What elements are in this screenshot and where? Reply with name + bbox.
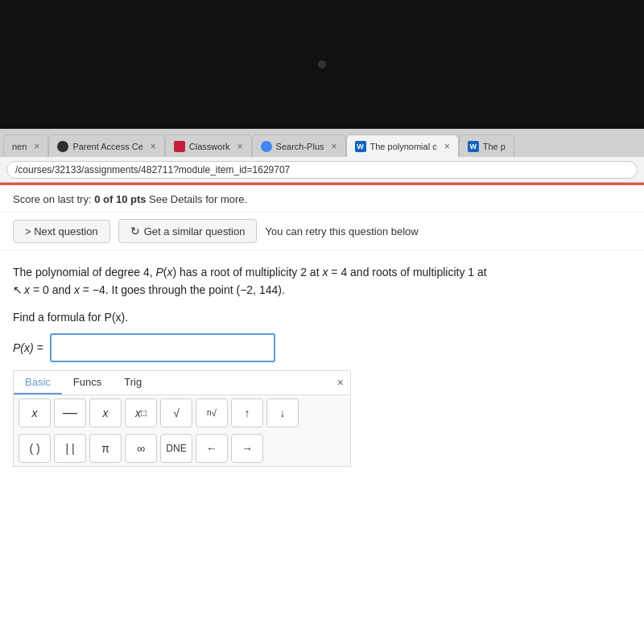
answer-row: P(x) =: [13, 333, 631, 362]
key-parens[interactable]: ( ): [19, 434, 51, 463]
score-prefix: Score on last try:: [13, 193, 92, 205]
keyboard-tab-funcs[interactable]: Funcs: [62, 371, 113, 394]
tab-polynomial[interactable]: W The polynomial c ×: [346, 134, 459, 157]
tab-bar: nen × Parent Access Ce × Classwork × Sea…: [0, 130, 644, 157]
tab-parent-label: Parent Access Ce: [72, 142, 142, 151]
question-line2: x = 0 and x = −4. It goes through the po…: [24, 283, 285, 296]
find-formula: Find a formula for P(x).: [13, 311, 631, 324]
keyboard-close-button[interactable]: ×: [337, 376, 344, 389]
score-suffix: See Details for more.: [149, 193, 247, 205]
keyboard-row-1: x — x x□ √ n√ ↑ ↓: [14, 395, 350, 431]
screen-bezel: [0, 0, 644, 129]
tab-poly2[interactable]: W The p: [459, 134, 514, 157]
tab-parent-access[interactable]: Parent Access Ce ×: [48, 134, 164, 157]
poly2-icon: W: [468, 141, 479, 152]
answer-label: P(x) =: [13, 341, 43, 354]
key-pi[interactable]: π: [89, 434, 122, 463]
tab-polynomial-label: The polynomial c: [370, 142, 437, 151]
key-dne[interactable]: DNE: [160, 434, 192, 463]
refresh-icon: ↻: [130, 225, 140, 237]
cursor-arrow: ↖: [13, 281, 23, 299]
classwork-icon: [174, 141, 185, 152]
score-banner: Score on last try: 0 of 10 pts See Detai…: [0, 185, 644, 213]
tab-classwork-close[interactable]: ×: [237, 141, 243, 152]
key-down[interactable]: ↓: [266, 398, 299, 427]
tab-nen-close[interactable]: ×: [34, 141, 39, 152]
tab-nen[interactable]: nen ×: [3, 134, 48, 157]
retry-text: You can retry this question below: [265, 225, 418, 237]
tab-search-plus[interactable]: Search-Plus ×: [252, 134, 346, 157]
key-nthroot[interactable]: n√: [196, 398, 228, 427]
keyboard-tab-basic[interactable]: Basic: [14, 371, 62, 394]
key-up[interactable]: ↑: [231, 398, 263, 427]
key-sqrt[interactable]: √: [160, 398, 192, 427]
key-xsup[interactable]: x□: [125, 398, 157, 427]
tab-classwork-label: Classwork: [189, 142, 230, 151]
key-right[interactable]: →: [231, 434, 263, 463]
key-fraction[interactable]: —: [54, 398, 86, 427]
keyboard-row-2: ( ) | | π ∞ DNE ← →: [14, 431, 350, 466]
tab-search-label: Search-Plus: [276, 142, 324, 151]
camera-dot: [318, 60, 326, 68]
page-content: Score on last try: 0 of 10 pts See Detai…: [0, 183, 644, 644]
parent-access-icon: [57, 141, 68, 152]
tab-search-close[interactable]: ×: [332, 141, 337, 152]
key-x2[interactable]: x: [89, 398, 122, 427]
polynomial-icon: W: [355, 141, 366, 152]
url-input[interactable]: [6, 161, 638, 179]
keyboard-tab-trig[interactable]: Trig: [113, 371, 153, 394]
similar-question-label: Get a similar question: [144, 225, 246, 237]
address-bar: [0, 157, 644, 183]
keyboard-tab-bar: Basic Funcs Trig ×: [14, 371, 350, 395]
key-backspace[interactable]: ←: [196, 434, 228, 463]
score-value: 0 of 10 pts: [94, 193, 146, 205]
key-infinity[interactable]: ∞: [125, 434, 157, 463]
question-line1: The polynomial of degree 4, P(x) has a r…: [13, 266, 487, 279]
tab-nen-label: nen: [12, 142, 27, 151]
math-keyboard: Basic Funcs Trig × x — x x□ √ n√ ↑ ↓: [13, 370, 351, 467]
browser-chrome: nen × Parent Access Ce × Classwork × Sea…: [0, 129, 644, 183]
next-question-label: > Next question: [25, 225, 98, 237]
tab-poly2-label: The p: [483, 142, 506, 151]
key-abs[interactable]: | |: [54, 434, 86, 463]
next-question-button[interactable]: > Next question: [13, 220, 110, 243]
tab-polynomial-close[interactable]: ×: [444, 141, 450, 152]
question-text: The polynomial of degree 4, P(x) has a r…: [13, 263, 631, 299]
key-x[interactable]: x: [19, 398, 51, 427]
tab-classwork[interactable]: Classwork ×: [165, 134, 252, 157]
answer-input[interactable]: [50, 333, 275, 362]
similar-question-button[interactable]: ↻ Get a similar question: [118, 219, 258, 243]
question-area: The polynomial of degree 4, P(x) has a r…: [0, 250, 644, 475]
search-plus-icon: [261, 141, 272, 152]
action-bar: > Next question ↻ Get a similar question…: [0, 213, 644, 250]
tab-parent-close[interactable]: ×: [151, 141, 156, 152]
